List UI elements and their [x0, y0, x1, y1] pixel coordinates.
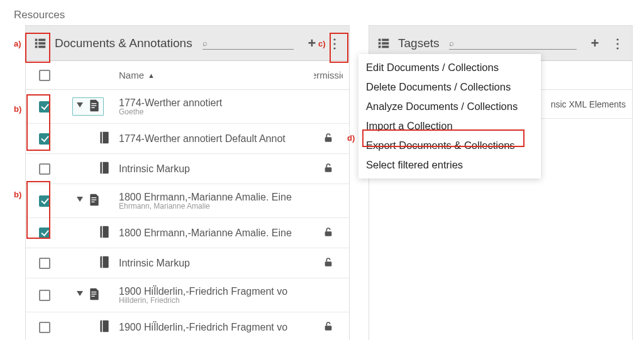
collection-icon	[99, 131, 109, 146]
svg-rect-19	[91, 202, 94, 202]
row-subtitle: Goethe	[119, 107, 314, 116]
unlock-icon	[323, 226, 333, 239]
svg-rect-33	[379, 38, 381, 41]
unlock-icon	[323, 132, 333, 145]
select-all-checkbox[interactable]	[39, 70, 50, 81]
row-checkbox[interactable]	[39, 228, 50, 239]
svg-rect-27	[91, 292, 96, 292]
svg-rect-8	[91, 105, 96, 106]
documents-table-body: 1774-Werther annotiertGoethe1774-Werther…	[26, 90, 349, 340]
list-view-icon[interactable]	[32, 35, 48, 52]
panels-container: Documents & Annotations ⌕ + ⋮ Name ▲ Per…	[0, 25, 644, 340]
unlock-icon	[323, 162, 333, 175]
collection-icon	[99, 320, 109, 334]
menu-item[interactable]: Edit Documents / Collections	[358, 58, 541, 77]
menu-item[interactable]: Export Documents & Collections	[358, 136, 541, 155]
row-name: 1774-Werther annotiert Default Annot	[119, 133, 314, 145]
svg-rect-32	[325, 326, 332, 330]
svg-rect-1	[38, 38, 45, 41]
svg-rect-13	[100, 162, 108, 174]
documents-panel-header: Documents & Annotations ⌕ + ⋮	[26, 26, 349, 61]
list-view-icon[interactable]	[375, 35, 392, 52]
svg-rect-25	[325, 261, 332, 266]
documents-panel: Documents & Annotations ⌕ + ⋮ Name ▲ Per…	[25, 25, 350, 340]
name-column-header[interactable]: Name ▲	[119, 70, 314, 80]
menu-item[interactable]: Select filtered entries	[358, 155, 541, 175]
row-checkbox[interactable]	[39, 133, 50, 145]
svg-rect-5	[38, 45, 45, 48]
search-icon: ⌕	[449, 38, 454, 48]
row-checkbox[interactable]	[39, 163, 50, 175]
documents-table-header: Name ▲ Permission	[26, 61, 349, 90]
svg-rect-23	[100, 256, 108, 268]
collection-icon	[99, 256, 109, 270]
collection-row[interactable]: Intrinsic Markup	[26, 154, 349, 184]
document-row[interactable]: 1800 Ehrmann,-Marianne Amalie. EineEhrma…	[26, 184, 349, 218]
svg-rect-11	[102, 132, 103, 144]
svg-marker-6	[77, 102, 83, 107]
unlock-icon	[323, 321, 333, 334]
row-name: 1900 Hil̈lderlin,-Friedrich Fragment vo	[119, 321, 314, 333]
svg-rect-34	[382, 38, 389, 41]
permission-column-header[interactable]: Permission	[314, 70, 343, 80]
row-name: 1800 Ehrmann,-Marianne Amalie. Eine	[119, 228, 314, 239]
collection-row[interactable]: Intrinsic Markup	[26, 248, 349, 278]
row-name: Intrinsic Markup	[119, 258, 314, 269]
svg-rect-15	[325, 167, 332, 172]
document-row[interactable]: 1900 Hil̈lderlin,-Friedrich Fragment voH…	[26, 278, 349, 312]
svg-rect-2	[35, 42, 38, 45]
menu-item[interactable]: Import a Collection	[358, 116, 541, 136]
row-checkbox[interactable]	[39, 322, 50, 333]
unlock-icon	[323, 256, 333, 270]
svg-rect-3	[38, 42, 45, 45]
svg-rect-22	[325, 231, 332, 236]
svg-rect-0	[35, 38, 38, 41]
svg-rect-7	[91, 103, 96, 104]
documents-panel-title: Documents & Annotations	[55, 36, 192, 50]
svg-rect-12	[325, 137, 332, 141]
svg-rect-20	[100, 226, 108, 238]
collection-row[interactable]: 1774-Werther annotiert Default Annot	[26, 124, 349, 154]
collection-icon	[99, 162, 109, 176]
menu-item[interactable]: Analyze Documents / Collections	[358, 97, 541, 116]
svg-marker-16	[77, 197, 83, 202]
search-icon: ⌕	[203, 38, 208, 48]
svg-rect-35	[379, 42, 381, 45]
svg-rect-38	[382, 45, 389, 48]
expand-icon[interactable]	[77, 197, 86, 206]
add-tagset-button[interactable]: +	[587, 35, 603, 52]
row-checkbox[interactable]	[39, 258, 50, 269]
document-icon	[89, 288, 99, 302]
row-name: Intrinsic Markup	[119, 163, 314, 175]
svg-rect-29	[91, 296, 94, 297]
row-name: 1800 Ehrmann,-Marianne Amalie. Eine	[119, 192, 314, 203]
document-row[interactable]: 1774-Werther annotiertGoethe	[26, 90, 349, 124]
sort-asc-icon: ▲	[148, 72, 155, 79]
tagsets-search[interactable]: ⌕	[449, 36, 577, 50]
documents-search[interactable]: ⌕	[203, 36, 294, 50]
svg-rect-4	[35, 45, 38, 48]
document-icon	[89, 99, 99, 114]
tagsets-panel-title: Tagsets	[398, 36, 439, 50]
svg-rect-18	[91, 199, 96, 200]
svg-rect-10	[100, 132, 108, 144]
row-checkbox[interactable]	[39, 290, 50, 301]
row-checkbox[interactable]	[39, 195, 50, 207]
documents-search-input[interactable]	[211, 36, 294, 48]
add-document-button[interactable]: +	[304, 35, 320, 52]
documents-more-menu-button[interactable]: ⋮	[326, 35, 343, 52]
svg-rect-21	[102, 226, 103, 238]
expand-icon[interactable]	[77, 102, 86, 111]
expand-icon[interactable]	[77, 291, 86, 300]
svg-rect-28	[91, 293, 96, 294]
document-icon	[89, 194, 99, 208]
menu-item[interactable]: Delete Documents / Collections	[358, 77, 541, 97]
row-checkbox[interactable]	[39, 101, 50, 112]
collection-row[interactable]: 1800 Ehrmann,-Marianne Amalie. Eine	[26, 218, 349, 248]
documents-context-menu: Edit Documents / CollectionsDelete Docum…	[358, 54, 541, 178]
svg-rect-30	[100, 321, 108, 332]
svg-rect-17	[91, 197, 96, 198]
tagsets-search-input[interactable]	[458, 36, 577, 48]
tagsets-more-menu-button[interactable]: ⋮	[609, 35, 626, 52]
collection-row[interactable]: 1900 Hil̈lderlin,-Friedrich Fragment vo	[26, 312, 349, 340]
